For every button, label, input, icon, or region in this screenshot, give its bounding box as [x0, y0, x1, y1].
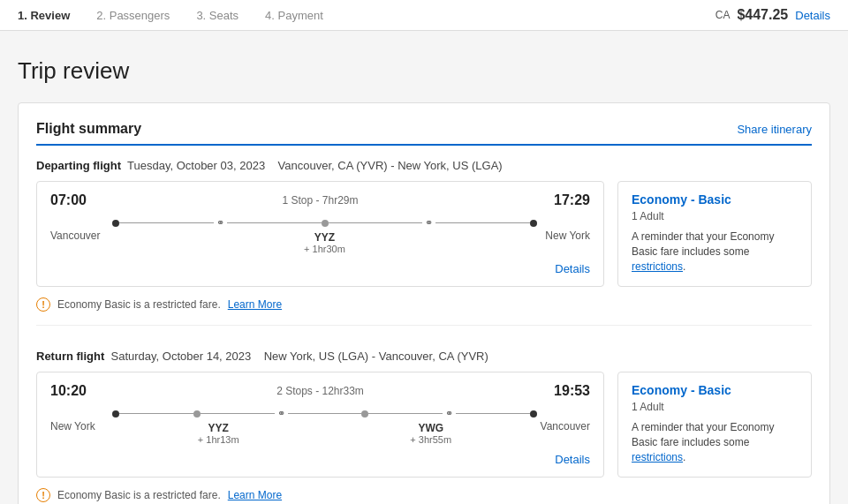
progress-steps: 1. Review 2. Passengers 3. Seats 4. Paym… [18, 9, 323, 22]
currency-label: CA [716, 9, 731, 21]
stop-dot [322, 220, 329, 227]
return-route-middle: ⚭ ⚭ YYZ + 1hr13m [112, 408, 537, 445]
card-header: Flight summary Share itinerary [36, 121, 812, 146]
return-route-line: New York ⚭ ⚭ [50, 408, 590, 445]
return-stop2-time: + 3hr55m [410, 434, 451, 445]
wifi-icon-1: ⚭ [214, 217, 227, 229]
line-3 [329, 222, 423, 223]
return-origin-dot [112, 410, 119, 417]
departing-economy-box: Economy - Basic 1 Adult A reminder that … [617, 181, 812, 287]
page-title-area: Trip review [0, 31, 848, 94]
return-economy-note: A reminder that your Economy Basic fare … [632, 420, 798, 464]
return-warning-text: Economy Basic is a restricted fare. [57, 489, 221, 501]
departing-details-link[interactable]: Details [555, 262, 590, 275]
return-stop2-code: YWG [418, 422, 443, 434]
return-line-2 [201, 413, 275, 414]
return-details-link[interactable]: Details [555, 453, 590, 466]
return-economy-title: Economy - Basic [632, 383, 798, 397]
departing-warning-row: ! Economy Basic is a restricted fare. Le… [36, 297, 812, 312]
share-itinerary-link[interactable]: Share itinerary [737, 123, 812, 136]
return-dest-label: Vancouver [537, 420, 590, 433]
departing-arr-time: 17:29 [554, 192, 590, 208]
return-label: Return flight [36, 350, 104, 363]
return-warning-row: ! Economy Basic is a restricted fare. Le… [36, 488, 812, 502]
departing-route-middle: ⚭ ⚭ YYZ + 1hr30m [112, 217, 537, 254]
departing-route: Vancouver, CA (YVR) - New York, US (LGA) [278, 159, 503, 172]
page-title: Trip review [18, 57, 830, 85]
return-flight-meta: Return flight Saturday, October 14, 2023… [36, 350, 812, 363]
departing-economy-title: Economy - Basic [632, 192, 798, 207]
price-summary: CA $447.25 Details [716, 7, 830, 23]
departing-restrictions-link[interactable]: restrictions [632, 260, 683, 273]
departing-timeline-box: 07:00 1 Stop - 7hr29m 17:29 Vancouver ⚭ [36, 181, 604, 287]
return-economy-box: Economy - Basic 1 Adult A reminder that … [617, 372, 812, 478]
return-line-1 [119, 413, 193, 414]
return-times: 10:20 2 Stops - 12hr33m 19:53 [50, 383, 590, 399]
top-navigation: 1. Review 2. Passengers 3. Seats 4. Paym… [0, 0, 848, 31]
total-price: $447.25 [737, 7, 788, 23]
departing-stop1-code: YYZ [314, 231, 335, 244]
departing-times: 07:00 1 Stop - 7hr29m 17:29 [50, 192, 590, 208]
departing-economy-pax: 1 Adult [632, 210, 798, 222]
departing-stop1-time: + 1hr30m [304, 244, 345, 254]
return-dest-dot [530, 410, 537, 417]
return-line-4 [368, 413, 443, 414]
return-route: New York, US (LGA) - Vancouver, CA (YVR) [264, 350, 488, 363]
main-content: Flight summary Share itinerary Departing… [0, 94, 848, 504]
step-payment: 4. Payment [265, 9, 323, 22]
departing-track-row: ⚭ ⚭ [112, 217, 537, 229]
return-flight-row: 10:20 2 Stops - 12hr33m 19:53 New York [36, 372, 812, 478]
departing-label: Departing flight [36, 159, 121, 172]
return-date: Saturday, October 14, 2023 [111, 350, 252, 363]
return-origin-label: New York [50, 420, 112, 433]
wifi-icon-2: ⚭ [422, 217, 435, 229]
return-restrictions-link[interactable]: restrictions [632, 451, 683, 463]
warning-icon-return: ! [36, 488, 50, 502]
return-dep-time: 10:20 [50, 383, 87, 399]
departing-economy-note-post: . [683, 260, 685, 273]
line-1 [119, 222, 214, 223]
return-flight-section: Return flight Saturday, October 14, 2023… [36, 325, 812, 502]
return-line-3 [288, 413, 362, 414]
departing-origin-label: Vancouver [50, 229, 112, 242]
step-passengers: 2. Passengers [96, 9, 170, 22]
return-learn-more-link[interactable]: Learn More [228, 489, 282, 501]
return-stop1-time: + 1hr13m [198, 434, 239, 445]
return-economy-note-post: . [683, 451, 685, 463]
step-review: 1. Review [18, 9, 70, 22]
return-arr-time: 19:53 [554, 383, 590, 399]
warning-icon-departing: ! [36, 297, 50, 312]
return-stop2-dot [361, 410, 368, 417]
departing-economy-note: A reminder that your Economy Basic fare … [632, 229, 798, 274]
origin-dot [112, 220, 119, 227]
departing-dep-time: 07:00 [50, 192, 87, 208]
line-4 [435, 222, 530, 223]
line-2 [227, 222, 322, 223]
departing-flight-row: 07:00 1 Stop - 7hr29m 17:29 Vancouver ⚭ [36, 181, 812, 287]
return-economy-note-pre: A reminder that your Economy Basic fare … [632, 421, 774, 448]
return-wifi-icon-2: ⚭ [443, 408, 456, 419]
step-seats: 3. Seats [196, 9, 238, 22]
departing-learn-more-link[interactable]: Learn More [228, 298, 282, 311]
departing-warning-text: Economy Basic is a restricted fare. [57, 298, 221, 311]
return-details-row: Details [50, 452, 590, 466]
departing-flight-meta: Departing flight Tuesday, October 03, 20… [36, 159, 812, 172]
return-economy-pax: 1 Adult [632, 401, 798, 413]
return-line-5 [456, 413, 530, 414]
departing-flight-section: Departing flight Tuesday, October 03, 20… [36, 159, 812, 312]
departing-stops: 1 Stop - 7hr29m [282, 194, 358, 207]
flight-summary-card: Flight summary Share itinerary Departing… [18, 102, 830, 504]
return-wifi-icon-1: ⚭ [275, 408, 288, 419]
price-details-link[interactable]: Details [795, 9, 830, 22]
return-timeline-box: 10:20 2 Stops - 12hr33m 19:53 New York [36, 372, 604, 478]
departing-economy-note-pre: A reminder that your Economy Basic fare … [632, 230, 774, 258]
return-stop1-code: YYZ [208, 422, 229, 434]
departing-dest-label: New York [537, 229, 590, 242]
departing-details-row: Details [50, 261, 590, 275]
return-track-row: ⚭ ⚭ [112, 408, 537, 419]
card-title: Flight summary [36, 121, 141, 137]
return-stops: 2 Stops - 12hr33m [276, 385, 364, 397]
return-stop1-dot [193, 410, 201, 417]
departing-date: Tuesday, October 03, 2023 [127, 159, 265, 172]
dest-dot [530, 220, 537, 227]
